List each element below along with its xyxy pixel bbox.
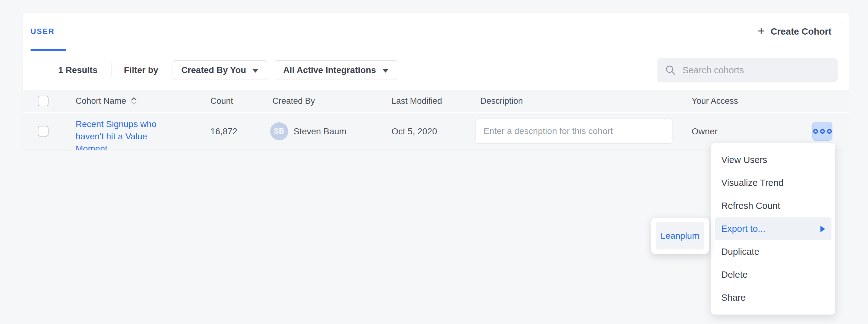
tab-user-label: USER [31,27,55,36]
search-box [657,58,838,82]
tab-user[interactable]: USER [31,12,55,50]
created-by-dropdown[interactable]: Created By You [173,61,267,80]
create-cohort-button[interactable]: + Create Cohort [748,22,841,41]
header-your-access: Your Access [692,90,738,112]
row-actions-kebab-button[interactable] [812,122,832,141]
description-input[interactable] [475,118,673,144]
menu-item-export-to-label: Export to... [721,224,765,234]
create-cohort-label: Create Cohort [771,27,832,37]
export-submenu: Leanplum [651,218,709,254]
header-cohort-name-label: Cohort Name [75,96,126,106]
chevron-down-icon [382,69,389,73]
menu-item-export-to[interactable]: Export to... [715,217,832,240]
plus-icon: + [757,25,765,37]
menu-item-visualize-trend[interactable]: Visualize Trend [711,172,835,194]
select-all-checkbox[interactable] [38,96,49,106]
menu-item-delete[interactable]: Delete [711,263,835,286]
search-icon [665,65,676,76]
filter-bar: 1 Results Filter by Created By You All A… [23,51,849,89]
divider [111,63,112,77]
row-checkbox[interactable] [38,126,49,137]
menu-item-refresh-count[interactable]: Refresh Count [711,194,835,217]
kebab-dot-icon [820,129,825,134]
header-created-by: Created By [273,90,315,112]
cohorts-page: USER + Create Cohort 1 Results Filter by… [0,0,868,324]
cohort-count: 16,872 [210,113,238,150]
kebab-dot-icon [813,129,818,134]
kebab-dot-icon [827,129,832,134]
menu-item-view-users[interactable]: View Users [711,148,835,172]
menu-item-duplicate[interactable]: Duplicate [711,240,835,263]
filter-by-label: Filter by [124,65,158,75]
integrations-dropdown-value: All Active Integrations [283,65,376,75]
header-count: Count [210,90,233,112]
menu-item-share[interactable]: Share [711,286,835,309]
header-last-modified: Last Modified [392,90,442,112]
tab-bar: USER + Create Cohort [23,12,849,50]
avatar: SB [270,122,288,140]
created-by-name: Steven Baum [293,113,346,150]
chevron-down-icon [252,69,258,73]
table-header: Cohort Name Count Created By Last Modifi… [23,89,849,112]
submenu-item-leanplum[interactable]: Leanplum [656,222,704,249]
results-count: 1 Results [58,65,98,75]
search-input[interactable] [682,65,830,75]
header-cohort-name[interactable]: Cohort Name [75,90,137,112]
sort-icon[interactable] [130,96,137,106]
header-description: Description [480,90,523,112]
row-context-menu: View Users Visualize Trend Refresh Count… [711,143,835,315]
cohort-name-link[interactable]: Recent Signups who haven't hit a Value M… [75,118,161,150]
integrations-dropdown[interactable]: All Active Integrations [275,61,397,80]
last-modified-date: Oct 5, 2020 [392,113,437,150]
cohorts-card: USER + Create Cohort 1 Results Filter by… [23,12,849,150]
created-by-dropdown-value: Created By You [181,65,246,75]
submenu-arrow-icon [820,226,825,232]
